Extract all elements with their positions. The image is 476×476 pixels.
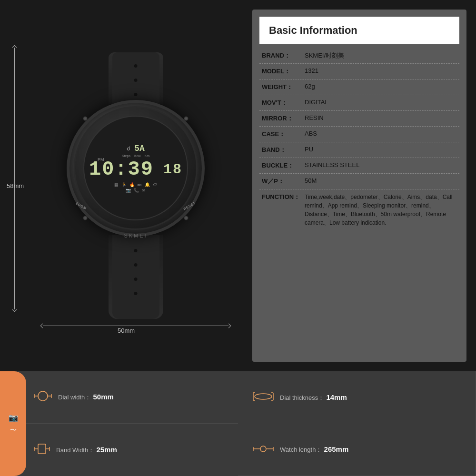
function-value: Time,week,date、pedometer、Calorie、Aims、da…: [305, 193, 457, 227]
icon-camera: 📷: [126, 188, 131, 193]
camera-icon: 📷: [9, 413, 18, 422]
case-value: ABS: [305, 130, 457, 137]
icon-run: 🏃: [121, 182, 127, 187]
band-label: BAND：: [262, 146, 305, 154]
watch-length-text: Watch length： 265mm: [280, 445, 348, 454]
function-row: FUNCTION： Time,week,date、pedometer、Calor…: [259, 189, 459, 230]
band-value: PU: [305, 146, 457, 153]
watch-dial: PM ☌ 5A Steps Kcal Km 10:3: [83, 116, 188, 220]
case-label: CASE：: [262, 130, 305, 139]
km-label: Km: [145, 154, 150, 158]
watch-length-icon: [252, 442, 274, 457]
icon-music: ⏭: [138, 182, 142, 187]
band-width-icon: [33, 442, 50, 457]
dial-pm: PM: [98, 157, 104, 162]
model-value: 1321: [305, 67, 457, 74]
movt-label: MOV'T：: [262, 99, 305, 107]
buckle-row: BUCKLE： STAINLESS STEEL: [259, 158, 459, 174]
dial-thickness-text: Dial thickness： 14mm: [280, 393, 347, 402]
band-width-label: Band Width：: [56, 446, 94, 454]
watch-bezel: PM ☌ 5A Steps Kcal Km 10:3: [74, 106, 198, 230]
icon-clock: ⏱: [153, 182, 157, 187]
dial-thickness-value: 14mm: [326, 393, 347, 401]
watch-case: LIGHT START ZOOM RESET PM ☌: [67, 100, 205, 236]
info-header: Basic Information: [259, 17, 459, 44]
screw-tl: [83, 116, 88, 121]
dial-icons-row2: 📷 📞 ✉: [126, 188, 146, 193]
wp-row: W／P： 50M: [259, 174, 459, 189]
watch-length-label: Watch length：: [280, 446, 322, 453]
dial-width-icon: [33, 389, 52, 406]
bottom-bar: 📷 〜 Dial width： 50mm: [0, 371, 476, 476]
info-table: BRAND： SKMEI/时刻美 MODEL： 1321 WEIGHT： 62g…: [252, 44, 466, 238]
mirror-row: MIRROR： RESIN: [259, 111, 459, 127]
watch-length-value: 265mm: [324, 445, 349, 453]
screw-bl: [83, 216, 88, 220]
top-section: 58mm: [0, 0, 476, 371]
brand-row: BRAND： SKMEI/时刻美: [259, 48, 459, 64]
function-label: FUNCTION：: [262, 193, 305, 201]
case-row: CASE： ABS: [259, 127, 459, 142]
model-row: MODEL： 1321: [259, 64, 459, 79]
info-panel: Basic Information BRAND： SKMEI/时刻美 MODEL…: [252, 10, 466, 362]
model-label: MODEL：: [262, 67, 305, 76]
svg-rect-12: [38, 444, 46, 454]
spec-watch-length: Watch length： 265mm: [238, 424, 476, 476]
watch-band-top: [109, 52, 163, 104]
watch-area: 58mm: [0, 0, 252, 371]
watch-graphic: LIGHT START ZOOM RESET PM ☌: [50, 52, 221, 319]
weight-value: 62g: [305, 83, 457, 90]
movt-value: DIGITAL: [305, 99, 457, 106]
brand-value: SKMEI/时刻美: [305, 51, 457, 60]
weight-label: WEIGHT：: [262, 83, 305, 91]
screw-tr: [184, 116, 188, 121]
dial-top-row: ☌ 5A: [127, 144, 145, 153]
bluetooth-icon: ☌: [127, 145, 130, 152]
dial-width-text: Dial width： 50mm: [58, 393, 114, 402]
svg-point-5: [255, 394, 272, 399]
buckle-label: BUCKLE：: [262, 161, 305, 170]
brand-label: BRAND：: [262, 51, 305, 60]
buckle-value: STAINLESS STEEL: [305, 161, 457, 169]
spec-dial-width: Dial width： 50mm: [0, 371, 238, 424]
band-width-value: 25mm: [96, 446, 117, 454]
screw-br: [184, 216, 188, 220]
wave-icon: 〜: [10, 426, 17, 435]
steps-label: Steps: [122, 154, 130, 158]
icon-fire: 🔥: [129, 182, 135, 187]
svg-point-0: [38, 391, 48, 401]
icon-bell: 🔔: [145, 182, 150, 187]
skmei-label: SKMEI: [124, 233, 147, 238]
svg-point-17: [260, 446, 266, 452]
movt-row: MOV'T： DIGITAL: [259, 95, 459, 111]
dimension-58mm-label: 58mm: [7, 182, 24, 189]
spec-band-width: Band Width： 25mm: [0, 424, 238, 476]
weight-row: WEIGHT： 62g: [259, 79, 459, 95]
mirror-label: MIRROR：: [262, 114, 305, 123]
dial-icons-row1: ▦ 🏃 🔥 ⏭ 🔔 ⏱: [114, 182, 157, 187]
kcal-label: Kcal: [134, 154, 141, 158]
spec-dial-thickness: Dial thickness： 14mm: [238, 371, 476, 424]
seconds-display: 18: [154, 161, 182, 178]
dial-thickness-icon: [252, 390, 274, 405]
mirror-value: RESIN: [305, 114, 457, 121]
dimension-50mm-label: 50mm: [118, 327, 135, 334]
wp-label: W／P：: [262, 177, 305, 186]
main-container: 58mm: [0, 0, 476, 476]
orange-blob: 📷 〜: [0, 371, 26, 476]
dial-time: 10:39 18: [89, 159, 182, 179]
dial-width-value: 50mm: [93, 393, 114, 401]
band-width-text: Band Width： 25mm: [56, 446, 117, 455]
icon-mail: ✉: [142, 188, 146, 193]
band-row: BAND： PU: [259, 142, 459, 158]
icon-phone: 📞: [134, 188, 139, 193]
dial-stats: Steps Kcal Km: [122, 154, 149, 158]
dial-width-label: Dial width：: [58, 394, 91, 401]
wp-value: 50M: [305, 177, 457, 184]
watch-band-bottom: [109, 235, 163, 319]
info-title: Basic Information: [269, 24, 450, 37]
step-count: 5A: [134, 144, 145, 153]
icon-calendar: ▦: [114, 182, 119, 187]
dial-thickness-label: Dial thickness：: [280, 394, 324, 401]
